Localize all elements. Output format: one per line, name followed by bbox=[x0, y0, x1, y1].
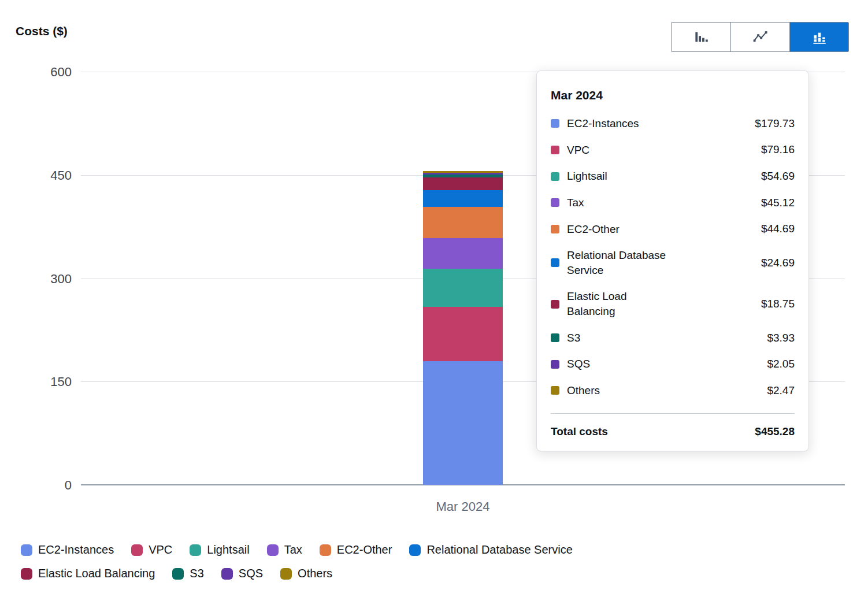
series-value: $179.73 bbox=[755, 117, 795, 130]
series-label: VPC bbox=[567, 143, 589, 158]
legend-item-relational-database-service[interactable]: Relational Database Service bbox=[409, 543, 572, 557]
tooltip-row-elastic-load-balancing: Elastic Load Balancing$18.75 bbox=[551, 283, 795, 324]
series-label: EC2-Other bbox=[567, 222, 620, 237]
chart-type-toggle bbox=[671, 22, 849, 52]
legend-color-swatch bbox=[131, 544, 143, 556]
bar-segment-lightsail[interactable] bbox=[423, 269, 503, 306]
tooltip-row-ec2-other: EC2-Other$44.69 bbox=[551, 216, 795, 243]
tooltip-popover: Mar 2024 EC2-Instances$179.73VPC$79.16Li… bbox=[536, 71, 809, 451]
series-color-swatch bbox=[551, 225, 559, 233]
legend-color-swatch bbox=[267, 544, 279, 556]
tooltip-row-s3: S3$3.93 bbox=[551, 325, 795, 351]
legend-color-swatch bbox=[172, 568, 184, 580]
bar-segment-s3[interactable] bbox=[423, 175, 503, 177]
series-label: Others bbox=[567, 383, 600, 398]
legend-label: Lightsail bbox=[207, 543, 249, 557]
series-label: Relational Database Service bbox=[567, 248, 674, 277]
series-color-swatch bbox=[551, 386, 559, 395]
y-tick-label-450: 450 bbox=[50, 168, 72, 183]
series-value: $18.75 bbox=[761, 298, 795, 310]
legend-label: Elastic Load Balancing bbox=[38, 567, 155, 580]
series-value: $79.16 bbox=[761, 143, 795, 156]
legend-label: Others bbox=[298, 567, 332, 580]
series-label: S3 bbox=[567, 331, 580, 346]
y-tick-label-150: 150 bbox=[50, 374, 72, 389]
series-value: $2.47 bbox=[767, 384, 795, 397]
bar-chart-toggle-button[interactable] bbox=[672, 23, 730, 51]
stacked-bar-chart-icon bbox=[811, 29, 827, 45]
series-color-swatch bbox=[551, 119, 559, 128]
legend-label: SQS bbox=[239, 567, 263, 580]
legend-color-swatch bbox=[320, 544, 331, 556]
series-color-swatch bbox=[551, 333, 559, 342]
tooltip-row-ec2-instances: EC2-Instances$179.73 bbox=[551, 110, 795, 137]
line-chart-toggle-button[interactable] bbox=[730, 23, 789, 51]
legend-label: Relational Database Service bbox=[426, 543, 572, 557]
tooltip-row-lightsail: Lightsail$54.69 bbox=[551, 163, 795, 190]
bar-segment-elastic-load-balancing[interactable] bbox=[423, 177, 503, 190]
series-label: Elastic Load Balancing bbox=[567, 289, 674, 318]
cost-explorer-chart-panel: Costs ($) bbox=[0, 0, 868, 601]
legend-item-tax[interactable]: Tax bbox=[267, 543, 302, 557]
bar-segment-others[interactable] bbox=[423, 171, 503, 173]
series-color-swatch bbox=[551, 172, 559, 181]
stacked-bar-mar-2024 bbox=[423, 72, 503, 485]
legend-color-swatch bbox=[21, 568, 32, 580]
legend-color-swatch bbox=[221, 568, 233, 580]
series-value: $2.05 bbox=[767, 358, 795, 370]
legend-item-lightsail[interactable]: Lightsail bbox=[190, 543, 249, 557]
legend-label: VPC bbox=[149, 543, 172, 557]
legend-color-swatch bbox=[21, 544, 32, 556]
tooltip-row-tax: Tax$45.12 bbox=[551, 190, 795, 216]
y-tick-label-300: 300 bbox=[50, 272, 72, 287]
series-value: $45.12 bbox=[761, 196, 795, 209]
legend-item-s3[interactable]: S3 bbox=[172, 567, 203, 580]
x-axis-tick-label: Mar 2024 bbox=[436, 499, 490, 514]
series-label: Tax bbox=[567, 195, 584, 210]
line-chart-icon bbox=[752, 29, 768, 45]
tooltip-total-row: Total costs $455.28 bbox=[551, 413, 795, 438]
tooltip-row-sqs: SQS$2.05 bbox=[551, 351, 795, 377]
legend-color-swatch bbox=[280, 568, 292, 580]
y-tick-label-0: 0 bbox=[65, 478, 72, 493]
series-color-swatch bbox=[551, 146, 559, 154]
bar-segment-relational-database-service[interactable] bbox=[423, 190, 503, 207]
legend-item-others[interactable]: Others bbox=[280, 567, 332, 580]
series-label: Lightsail bbox=[567, 169, 607, 184]
legend-label: S3 bbox=[190, 567, 203, 580]
legend-color-swatch bbox=[190, 544, 201, 556]
legend-label: EC2-Instances bbox=[38, 543, 114, 557]
bar-segment-sqs[interactable] bbox=[423, 173, 503, 174]
legend-color-swatch bbox=[409, 544, 421, 556]
legend-item-ec2-other[interactable]: EC2-Other bbox=[320, 543, 392, 557]
tooltip-row-relational-database-service: Relational Database Service$24.69 bbox=[551, 242, 795, 283]
series-label: EC2-Instances bbox=[567, 116, 639, 131]
tooltip-total-label: Total costs bbox=[551, 425, 608, 438]
legend-row: Elastic Load BalancingS3SQSOthers bbox=[21, 567, 573, 580]
legend-item-vpc[interactable]: VPC bbox=[131, 543, 172, 557]
stacked-bar-chart-toggle-button[interactable] bbox=[789, 23, 848, 51]
tooltip-rows: EC2-Instances$179.73VPC$79.16Lightsail$5… bbox=[551, 110, 795, 404]
series-value: $24.69 bbox=[761, 257, 795, 269]
series-color-swatch bbox=[551, 258, 559, 267]
y-tick-label-600: 600 bbox=[50, 65, 72, 80]
bar-segment-ec2-instances[interactable] bbox=[423, 361, 503, 485]
bar-segment-ec2-other[interactable] bbox=[423, 207, 503, 238]
bar-chart-icon bbox=[693, 29, 709, 45]
legend: EC2-InstancesVPCLightsailTaxEC2-OtherRel… bbox=[21, 543, 573, 591]
series-value: $3.93 bbox=[767, 332, 795, 344]
legend-item-sqs[interactable]: SQS bbox=[221, 567, 263, 580]
bar-segment-tax[interactable] bbox=[423, 238, 503, 269]
page-title: Costs ($) bbox=[16, 24, 68, 38]
legend-label: EC2-Other bbox=[337, 543, 392, 557]
tooltip-total-value: $455.28 bbox=[755, 425, 795, 438]
bar-segment-vpc[interactable] bbox=[423, 307, 503, 361]
legend-item-ec2-instances[interactable]: EC2-Instances bbox=[21, 543, 114, 557]
series-color-swatch bbox=[551, 360, 559, 369]
series-value: $54.69 bbox=[761, 170, 795, 183]
legend-item-elastic-load-balancing[interactable]: Elastic Load Balancing bbox=[21, 567, 155, 580]
tooltip-row-others: Others$2.47 bbox=[551, 377, 795, 404]
tooltip-row-vpc: VPC$79.16 bbox=[551, 137, 795, 164]
series-label: SQS bbox=[567, 357, 590, 372]
tooltip-title: Mar 2024 bbox=[551, 88, 795, 102]
